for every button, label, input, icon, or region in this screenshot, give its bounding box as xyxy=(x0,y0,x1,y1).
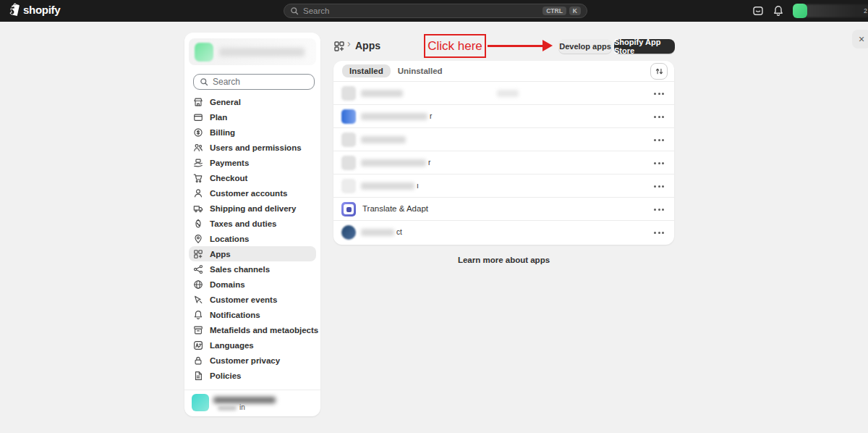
sidebar-item-label: Checkout xyxy=(210,174,247,182)
learn-more-link[interactable]: Learn more about apps xyxy=(333,256,674,264)
app-row-blurred[interactable]: r xyxy=(333,104,674,127)
sidebar-item-plan[interactable]: Plan xyxy=(189,109,316,125)
annotation-arrow-line xyxy=(488,45,542,47)
store-icon xyxy=(193,97,203,107)
shopify-app-store-button[interactable]: Shopify App Store xyxy=(614,39,675,54)
close-icon[interactable]: × xyxy=(852,30,868,49)
shopify-bag-icon xyxy=(8,3,20,17)
store-name-blurred xyxy=(804,4,868,17)
tab-installed[interactable]: Installed xyxy=(342,64,391,77)
app-name-suffix: ı xyxy=(417,182,419,190)
app-name: Translate & Adapt xyxy=(362,204,428,213)
shopify-logo[interactable]: shopify xyxy=(8,3,60,17)
translate-adapt-icon xyxy=(341,202,356,216)
develop-apps-button[interactable]: Develop apps xyxy=(558,39,612,54)
sidebar-item-sales-channels[interactable]: Sales channels xyxy=(189,261,316,277)
person-icon xyxy=(193,188,203,198)
secondary-store-subtext-blurred xyxy=(218,405,237,411)
sidebar-item-languages[interactable]: Languages xyxy=(189,337,316,353)
sidebar-item-customer-privacy[interactable]: Customer privacy xyxy=(189,353,316,368)
sidebar-item-policies[interactable]: Policies xyxy=(189,368,316,383)
app-name-suffix: r xyxy=(430,112,432,120)
sidebar-item-label: Metafields and metaobjects xyxy=(210,326,318,335)
sidebar-item-taxes-and-duties[interactable]: Taxes and duties xyxy=(189,216,316,231)
app-row-blurred[interactable] xyxy=(333,81,674,104)
apps-list-card: Installed Uninstalled rrıTranslate & Ada… xyxy=(333,61,674,245)
sort-icon[interactable] xyxy=(650,63,668,80)
settings-search-input[interactable]: Search xyxy=(193,74,315,90)
sidebar-item-checkout[interactable]: Checkout xyxy=(189,170,316,185)
sidebar-item-label: Policies xyxy=(210,371,241,380)
kebab-menu-icon[interactable] xyxy=(652,203,665,215)
sidebar-store-header[interactable] xyxy=(189,38,316,65)
topbar: shopify Search CTRL K 2 xyxy=(0,0,868,22)
kebab-menu-icon[interactable] xyxy=(652,134,665,146)
bell-icon xyxy=(193,310,203,320)
sidebar-item-customer-events[interactable]: Customer events xyxy=(189,292,316,307)
sidebar-item-label: Users and permissions xyxy=(210,143,302,152)
plan-icon xyxy=(193,112,203,122)
sidebar-item-label: Shipping and delivery xyxy=(210,204,297,213)
tab-uninstalled[interactable]: Uninstalled xyxy=(391,64,450,77)
kebab-menu-icon[interactable] xyxy=(652,88,665,99)
sidebar-store-avatar xyxy=(195,43,213,62)
truck-icon xyxy=(193,203,203,214)
sidebar-item-apps[interactable]: Apps xyxy=(189,246,316,261)
sidebar-item-general[interactable]: General xyxy=(189,94,316,109)
sidebar-item-label: Plan xyxy=(210,113,227,122)
app-name-blurred xyxy=(361,229,394,236)
app-row-blurred[interactable]: ı xyxy=(333,174,674,197)
apps-breadcrumb-icon xyxy=(333,41,345,52)
sidebar-item-metafields-and-metaobjects[interactable]: Metafields and metaobjects xyxy=(189,322,316,337)
sidebar-item-label: Billing xyxy=(210,128,235,137)
blurred-app-icon xyxy=(341,109,356,124)
globe-icon xyxy=(193,279,203,290)
sidebar-item-domains[interactable]: Domains xyxy=(189,277,316,292)
app-row-blurred[interactable] xyxy=(333,127,674,151)
sidebar-item-label: Notifications xyxy=(210,311,260,319)
kebab-menu-icon[interactable] xyxy=(652,157,665,169)
shortcut-ctrl-badge: CTRL xyxy=(542,7,566,16)
sidebar-item-customer-accounts[interactable]: Customer accounts xyxy=(189,185,316,201)
app-row-blurred[interactable]: r xyxy=(333,151,674,174)
search-icon xyxy=(290,7,299,15)
store-menu[interactable] xyxy=(793,4,868,18)
store-avatar xyxy=(793,4,807,18)
kebab-menu-icon[interactable] xyxy=(652,227,665,238)
secondary-store-suffix: in xyxy=(239,403,245,411)
app-text-blurred xyxy=(497,90,519,97)
settings-search-placeholder: Search xyxy=(213,77,240,87)
app-row-translate-adapt[interactable]: Translate & Adapt xyxy=(333,197,674,220)
sidebar-item-shipping-and-delivery[interactable]: Shipping and delivery xyxy=(189,201,316,216)
users-icon xyxy=(193,143,203,153)
tax-icon xyxy=(193,219,203,229)
sidebar-item-users-and-permissions[interactable]: Users and permissions xyxy=(189,140,316,155)
sidebar-item-notifications[interactable]: Notifications xyxy=(189,307,316,322)
sidebar-item-payments[interactable]: Payments xyxy=(189,155,316,170)
shopify-wordmark: shopify xyxy=(23,4,60,16)
kebab-menu-icon[interactable] xyxy=(652,111,665,122)
app-name-blurred xyxy=(361,159,426,167)
pin-icon xyxy=(193,234,203,244)
sidebar-item-label: Customer events xyxy=(210,295,277,304)
sidebar-item-label: Apps xyxy=(210,250,231,258)
inbox-icon[interactable] xyxy=(752,5,764,17)
cart-icon xyxy=(193,173,203,183)
blurred-app-icon xyxy=(341,133,356,147)
global-search-input[interactable]: Search CTRL K xyxy=(284,4,587,18)
sidebar-item-label: Taxes and duties xyxy=(210,219,276,228)
sidebar-item-billing[interactable]: Billing xyxy=(189,125,316,140)
click-here-annotation-label: Click here xyxy=(427,39,482,54)
sidebar-item-locations[interactable]: Locations xyxy=(189,231,316,246)
bell-icon[interactable] xyxy=(773,5,784,17)
billing-icon xyxy=(193,127,203,138)
app-name-blurred xyxy=(361,136,406,143)
sidebar-secondary-store[interactable]: in xyxy=(184,392,320,414)
secondary-store-avatar xyxy=(192,394,209,411)
app-row-blurred[interactable]: ct xyxy=(333,220,674,243)
app-name-suffix: ct xyxy=(396,228,402,236)
page-title: Apps xyxy=(355,40,380,51)
store-name-partial: 2 xyxy=(864,7,867,14)
secondary-store-name-blurred xyxy=(213,397,276,403)
kebab-menu-icon[interactable] xyxy=(652,180,665,192)
